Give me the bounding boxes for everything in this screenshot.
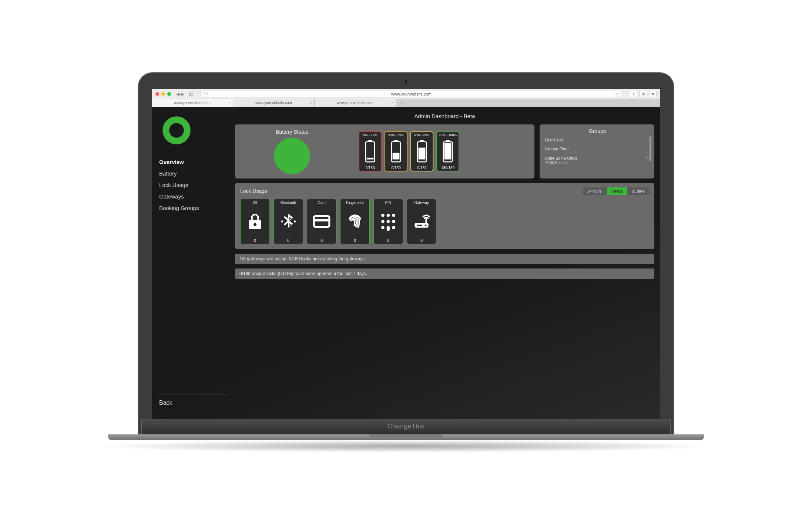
- app-root: Overview Battery Lock Usage Gateways Boo…: [152, 107, 660, 419]
- sidebar-item-overview[interactable]: Overview: [158, 156, 228, 168]
- battery-range-card[interactable]: 90% - 100% 180/180: [436, 131, 459, 171]
- battery-icon: [416, 138, 427, 165]
- browser-chrome: ◀ ▶ ▥ 🛡 www.yourwebsite.com ⟳ ⇪ ⊞ ✿: [152, 89, 660, 107]
- battery-icon: [390, 138, 402, 165]
- divider: [158, 394, 228, 394]
- close-tab-icon[interactable]: ×: [228, 101, 231, 105]
- group-item[interactable]: Unit4 Solna Office▭4/180 Booked: [545, 154, 650, 166]
- group-item[interactable]: First Floor: [545, 136, 650, 144]
- battery-range-count: 0/180: [391, 166, 400, 170]
- svg-point-12: [281, 220, 283, 222]
- divider: [158, 153, 228, 153]
- close-tab-icon[interactable]: ×: [391, 101, 393, 105]
- group-subtext: 4/180 Booked: [545, 161, 650, 165]
- locks-opened-status-bar: 0/180 unique locks (0.00%) have been ope…: [235, 268, 654, 279]
- lock-type-card-router[interactable]: Gateway 0: [407, 199, 436, 244]
- toolbar-right: ⇪ ⊞ ✿: [630, 91, 657, 97]
- sidebar-item-booking-groups[interactable]: Booking Groups: [158, 202, 228, 214]
- new-tab-icon[interactable]: +: [396, 99, 406, 107]
- group-item[interactable]: Ground Floor: [545, 145, 650, 153]
- time-range-option[interactable]: 24 hours: [583, 187, 607, 195]
- back-icon[interactable]: ◀: [176, 91, 179, 97]
- svg-point-17: [387, 213, 390, 217]
- laptop-bezel: ◀ ▶ ▥ 🛡 www.yourwebsite.com ⟳ ⇪ ⊞ ✿: [138, 72, 674, 434]
- browser-tab[interactable]: www.yourwebsite.com ×: [152, 99, 233, 107]
- battery-status-title: Battery Status: [276, 129, 308, 135]
- reload-icon[interactable]: ⟳: [615, 92, 618, 96]
- share-icon[interactable]: ⇪: [630, 91, 637, 97]
- card-icon: [312, 206, 331, 237]
- browser-tab[interactable]: www.yourwebsite.com ×: [315, 99, 396, 107]
- lock-type-card-bluetooth[interactable]: Bluetooth 0: [274, 199, 303, 244]
- svg-point-16: [381, 213, 385, 217]
- keypad-icon: [379, 206, 397, 237]
- browser-tab[interactable]: www.yourwebsite.com ×: [233, 99, 315, 107]
- battery-icon: [442, 138, 453, 165]
- top-row: Battery Status 0% - 29% 0/180 30% - 59% …: [235, 124, 654, 178]
- minimize-window-icon[interactable]: [161, 92, 165, 96]
- page-title: Admin Dashboard - Beta: [235, 111, 654, 120]
- battery-range-card[interactable]: 0% - 29% 0/180: [359, 131, 382, 171]
- lock-usage-title: Lock Usage: [240, 188, 268, 194]
- lock-type-card-fingerprint[interactable]: Fingerprint 0: [340, 199, 370, 244]
- laptop-base: [108, 434, 704, 440]
- forward-icon[interactable]: ▶: [181, 91, 184, 97]
- lock-type-count: 0: [387, 238, 389, 243]
- address-bar[interactable]: 🛡 www.yourwebsite.com ⟳: [202, 91, 621, 97]
- sidebar-item-battery[interactable]: Battery: [158, 168, 228, 179]
- svg-rect-27: [417, 224, 423, 226]
- scrollbar[interactable]: [650, 136, 651, 161]
- battery-range-count: 0/180: [365, 166, 375, 170]
- brand-logo-icon: [160, 114, 193, 147]
- window-controls: [155, 92, 171, 96]
- svg-rect-5: [393, 153, 400, 159]
- sidebar-item-gateways[interactable]: Gateways: [158, 191, 228, 202]
- lock-type-label: Gateway: [414, 201, 429, 205]
- svg-point-18: [392, 213, 395, 217]
- group-name: Ground Floor: [545, 147, 569, 151]
- svg-point-20: [387, 220, 390, 223]
- bluetooth-icon: [279, 206, 298, 237]
- browser-tab-label: www.yourwebsite.com: [337, 101, 373, 105]
- screen: ◀ ▶ ▥ 🛡 www.yourwebsite.com ⟳ ⇪ ⊞ ✿: [152, 89, 660, 419]
- lock-usage-panel: Lock Usage 24 hours7 days31 days All 0 B…: [235, 183, 654, 249]
- sidebar-item-lock-usage[interactable]: Lock Usage: [158, 179, 228, 191]
- lock-usage-cards: All 0 Bluetooth 0 Card 0 Fingerprint 0 P…: [240, 199, 649, 244]
- settings-gear-icon[interactable]: ✿: [649, 91, 657, 97]
- browser-tab-label: www.yourwebsite.com: [255, 101, 292, 105]
- lock-type-label: Bluetooth: [281, 201, 296, 205]
- group-name: Unit4 Solna Office: [545, 156, 577, 160]
- lock-type-card-lock[interactable]: All 0: [240, 199, 270, 244]
- battery-range-card[interactable]: 30% - 59% 0/180: [385, 131, 407, 171]
- laptop-brand-label: ChangeThis: [141, 419, 671, 434]
- lock-type-count: 0: [287, 238, 289, 243]
- sidebar-toggle-icon[interactable]: ▥: [189, 91, 193, 97]
- battery-range-card[interactable]: 60% - 89% 0/180: [410, 131, 433, 171]
- group-name: First Floor: [545, 138, 563, 142]
- laptop-mockup: ◀ ▶ ▥ 🛡 www.yourwebsite.com ⟳ ⇪ ⊞ ✿: [138, 72, 674, 452]
- tabs-icon[interactable]: ⊞: [640, 91, 647, 97]
- lock-type-count: 0: [254, 238, 256, 243]
- lock-type-count: 0: [420, 238, 423, 243]
- time-range-option[interactable]: 31 days: [627, 187, 649, 195]
- battery-pie-chart[interactable]: [274, 138, 310, 174]
- lock-type-label: PIN: [385, 201, 392, 205]
- lock-type-card-card[interactable]: Card 0: [307, 199, 336, 244]
- close-tab-icon[interactable]: ×: [310, 101, 312, 105]
- lock-icon: [246, 206, 264, 237]
- back-link[interactable]: Back: [158, 398, 228, 414]
- battery-range-cards: 0% - 29% 0/180 30% - 59% 0/180 60% - 89%…: [359, 131, 459, 171]
- battery-range-label: 60% - 89%: [414, 133, 430, 137]
- groups-panel: Groups First FloorGround FloorUnit4 Soln…: [540, 124, 654, 178]
- browser-tabs: www.yourwebsite.com × www.yourwebsite.co…: [152, 99, 660, 107]
- browser-tab-label: www.yourwebsite.com: [174, 101, 211, 105]
- maximize-window-icon[interactable]: [167, 92, 171, 96]
- main-content: Admin Dashboard - Beta Battery Status 0%…: [235, 107, 660, 419]
- time-range-option[interactable]: 7 days: [607, 187, 627, 195]
- close-window-icon[interactable]: [155, 92, 159, 96]
- battery-icon: [365, 138, 376, 165]
- groups-title: Groups: [545, 128, 650, 134]
- camera-icon: [404, 80, 408, 83]
- lock-type-card-keypad[interactable]: PIN 0: [373, 199, 403, 244]
- laptop-shadow: [104, 440, 708, 452]
